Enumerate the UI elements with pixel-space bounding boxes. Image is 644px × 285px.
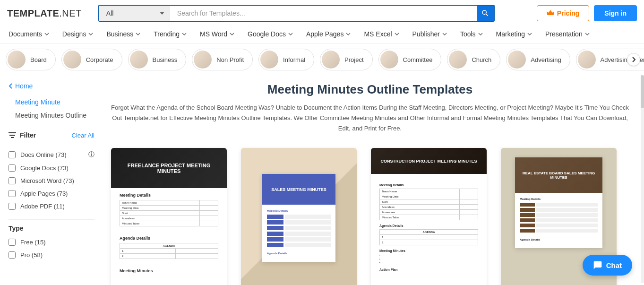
nav-ms-word[interactable]: MS Word — [200, 30, 234, 38]
chip-thumb — [194, 51, 212, 69]
checkbox[interactable] — [9, 151, 16, 158]
checkbox[interactable] — [9, 239, 16, 246]
filter-label: Filter — [9, 131, 36, 139]
card-section: Meeting Minutes — [120, 268, 218, 273]
filter-format[interactable]: Microsoft Word (73) — [9, 174, 94, 187]
chip-committee[interactable]: Committee — [378, 49, 442, 70]
chip-thumb — [322, 51, 340, 69]
nav-publisher[interactable]: Publisher — [412, 30, 447, 38]
nav-trending[interactable]: Trending — [154, 30, 187, 38]
type-heading: Type — [9, 225, 94, 232]
chevron-down-icon — [527, 33, 532, 35]
card-section: Agenda Details — [520, 238, 598, 241]
card-section: Meeting Minutes — [379, 249, 478, 252]
nav-google-docs[interactable]: Google Docs — [248, 30, 293, 38]
chevron-down-icon — [442, 33, 447, 35]
category-chips: BoardCorporateBusinessNon ProfitInformal… — [0, 44, 644, 75]
filter-format[interactable]: Docs Online (73)ⓘ — [9, 147, 94, 162]
main-nav: Documents Designs Business Trending MS W… — [0, 26, 644, 44]
chat-icon — [593, 260, 602, 270]
card-agenda: AGENDA — [380, 230, 478, 235]
nav-apple-pages[interactable]: Apple Pages — [306, 30, 351, 38]
nav-business[interactable]: Business — [106, 30, 140, 38]
chevron-down-icon — [478, 33, 483, 35]
template-card[interactable]: FREELANCE PROJECT MEETING MINUTES Meetin… — [111, 148, 227, 285]
card-section: Agenda Details — [379, 224, 478, 227]
chip-informal[interactable]: Informal — [258, 49, 314, 70]
category-select[interactable]: All — [99, 6, 170, 21]
chevron-down-icon — [395, 33, 399, 35]
card-section: Meeting Details — [520, 198, 598, 200]
card-title: FREELANCE PROJECT MEETING MINUTES — [111, 148, 227, 188]
card-section: Agenda Details — [267, 252, 331, 255]
search-input[interactable] — [170, 6, 477, 21]
filter-format[interactable]: Google Docs (73) — [9, 162, 94, 174]
filter-type[interactable]: Free (15) — [9, 236, 94, 249]
chip-thumb — [449, 51, 467, 69]
chip-thumb — [260, 51, 278, 69]
chevron-down-icon — [136, 33, 140, 35]
sidebar-meeting-minute[interactable]: Meeting Minute — [9, 95, 94, 109]
chip-non-profit[interactable]: Non Profit — [192, 49, 253, 70]
nav-ms-excel[interactable]: MS Excel — [364, 30, 399, 38]
chevron-down-icon — [288, 33, 293, 35]
crown-icon — [547, 10, 554, 17]
sidebar: Home Meeting Minute Meeting Minutes Outl… — [0, 75, 99, 285]
scrollbar[interactable] — [641, 75, 644, 283]
content-area: Meeting Minutes Outline Templates Forgot… — [99, 75, 641, 285]
chevron-right-icon — [632, 57, 635, 62]
template-card[interactable]: CONSTRUCTION PROJECT MEETING MINUTES Mee… — [371, 148, 487, 285]
breadcrumb-back[interactable]: Home — [9, 82, 94, 90]
card-section: Agenda Details — [120, 236, 218, 241]
chat-button[interactable]: Chat — [583, 255, 632, 276]
card-title: SALES MEETING MINUTES — [262, 174, 335, 205]
pricing-button[interactable]: Pricing — [537, 5, 589, 21]
page-title: Meeting Minutes Outline Templates — [111, 82, 629, 97]
chevron-down-icon — [585, 33, 590, 35]
card-section: Meeting Details — [379, 183, 478, 187]
checkbox[interactable] — [9, 190, 16, 197]
filter-type[interactable]: Pro (58) — [9, 249, 94, 261]
nav-presentation[interactable]: Presentation — [545, 30, 590, 38]
clear-all[interactable]: Clear All — [72, 132, 94, 139]
chip-business[interactable]: Business — [128, 49, 187, 70]
search-button[interactable] — [477, 6, 494, 21]
nav-documents[interactable]: Documents — [9, 30, 49, 38]
signin-button[interactable]: Sign in — [594, 5, 637, 21]
checkbox[interactable] — [9, 251, 16, 259]
filter-format[interactable]: Adobe PDF (11) — [9, 200, 94, 213]
chip-advertising[interactable]: Advertising — [506, 49, 570, 70]
chip-thumb — [508, 51, 526, 69]
chip-corporate[interactable]: Corporate — [61, 49, 122, 70]
chevron-down-icon — [346, 33, 351, 35]
chevron-left-icon — [9, 83, 12, 89]
chip-thumb — [380, 51, 398, 69]
filter-icon — [9, 132, 16, 138]
chevron-down-icon — [88, 33, 93, 35]
chip-church[interactable]: Church — [447, 49, 500, 70]
card-section: Meeting Details — [267, 209, 331, 212]
filter-format[interactable]: Apple Pages (73) — [9, 187, 94, 200]
nav-tools[interactable]: Tools — [460, 30, 483, 38]
nav-marketing[interactable]: Marketing — [496, 30, 532, 38]
chip-thumb — [130, 51, 148, 69]
checkbox[interactable] — [9, 164, 16, 172]
checkbox[interactable] — [9, 177, 16, 184]
template-card[interactable]: SALES MEETING MINUTES Meeting Details Ag… — [241, 148, 357, 285]
search-icon — [481, 9, 489, 17]
chevron-down-icon — [230, 33, 234, 35]
card-title: REAL ESTATE BOARD SALES MEETING MINUTES — [515, 157, 602, 193]
sidebar-current[interactable]: Meeting Minutes Outline — [9, 109, 94, 122]
card-title: CONSTRUCTION PROJECT MEETING MINUTES — [371, 148, 487, 174]
card-section: Meeting Details — [120, 193, 218, 198]
nav-designs[interactable]: Designs — [62, 30, 94, 38]
chips-next[interactable] — [627, 53, 640, 66]
checkbox[interactable] — [9, 203, 16, 210]
logo[interactable]: TEMPLATE.NET — [7, 8, 82, 19]
chip-board[interactable]: Board — [6, 49, 56, 70]
card-section: Action Plan — [379, 268, 478, 271]
chip-project[interactable]: Project — [320, 49, 372, 70]
info-icon[interactable]: ⓘ — [88, 150, 94, 159]
search-bar: All — [98, 5, 495, 22]
chip-thumb — [63, 51, 81, 69]
